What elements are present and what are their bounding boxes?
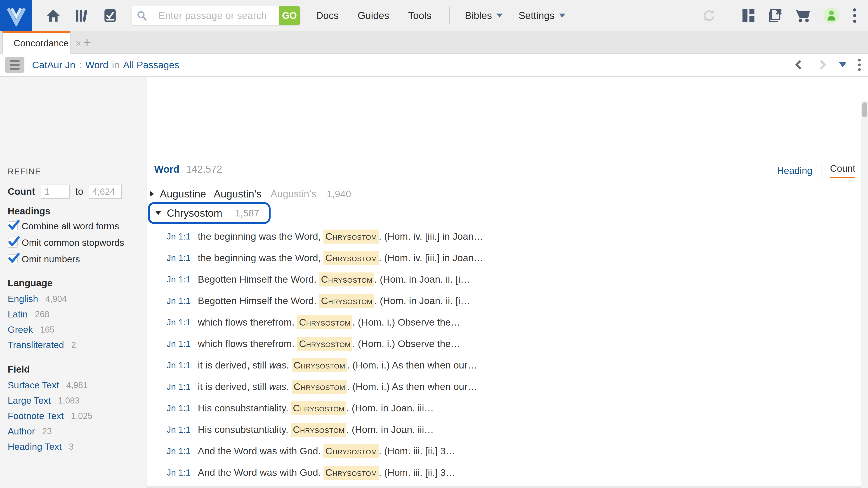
checkbox-option[interactable]: Omit common stopwords [8,234,142,251]
checkbox[interactable] [8,221,18,231]
result-reference-link[interactable]: Jn 1:1 [166,382,191,392]
result-row[interactable]: Jn 1:1 the beginning was the Word, Chrys… [147,247,860,269]
language-section-title: Language [8,278,142,289]
menu-dropdown-bibles[interactable]: Bibles [465,10,503,21]
result-reference-link[interactable]: Jn 1:1 [166,425,191,435]
study-workflow-button[interactable] [103,8,117,23]
plain-text: . (Hom. i.) As then when our… [347,360,477,370]
library-button[interactable] [74,8,89,23]
facet-link[interactable]: Greek [8,324,33,335]
library-icon [74,8,89,23]
history-dropdown-icon[interactable] [839,62,846,67]
result-row[interactable]: Jn 1:1 it is derived, still was. Chrysos… [147,355,860,376]
checkbox[interactable] [8,238,18,248]
plain-text: . (Hom. iv. [iii.] in Joan… [379,252,484,263]
results-total-count: 142,572 [186,164,222,175]
result-reference-link[interactable]: Jn 1:1 [166,274,191,285]
result-row[interactable]: Jn 1:1 Begotten Himself the Word. Chryso… [147,290,860,312]
search-input[interactable] [152,10,279,21]
panel-menu-button[interactable] [5,57,24,73]
scrollbar-thumb[interactable] [862,102,867,117]
facet-link[interactable]: Heading Text [8,442,62,452]
facet-row: Greek 165 [8,322,142,337]
facet-count: 3 [69,442,74,452]
result-row[interactable]: Jn 1:1 which flows therefrom. Chrysostom… [147,312,860,333]
facet-row: Footnote Text 1,025 [8,408,142,424]
facet-link[interactable]: Latin [8,309,28,320]
panel-overflow-menu[interactable] [857,58,862,72]
highlighted-term: Chrysostom [291,423,346,437]
facet-link[interactable]: Surface Text [8,380,59,391]
group-row-augustine[interactable]: Augustine Augustin’s Augustin’s 1,940 [150,187,351,201]
back-icon[interactable] [793,59,805,71]
book-check-icon [103,8,117,23]
close-all-panels-icon[interactable] [768,8,782,23]
checkbox-label: Combine all word forms [22,221,119,232]
view-toggle-count-active[interactable]: Count [830,163,855,178]
result-row[interactable]: Jn 1:1 it is derived, still was. Chrysos… [147,376,860,397]
result-reference-link[interactable]: Jn 1:1 [166,403,191,413]
breadcrumb-scope[interactable]: All Passages [123,59,180,70]
result-row[interactable]: Jn 1:1 And the Word was with God. Chryso… [147,462,860,483]
facet-link[interactable]: Footnote Text [8,411,64,421]
count-filter: Count to [8,185,142,199]
collapsed-triangle-icon[interactable] [150,191,154,197]
facet-link[interactable]: Large Text [8,395,51,406]
plain-text: . (Hom. i.) Observe the… [352,317,460,328]
view-toggle-heading[interactable]: Heading [777,165,812,176]
result-reference-link[interactable]: Jn 1:1 [166,339,191,349]
facet-link[interactable]: Author [8,426,35,437]
menu-item-docs[interactable]: Docs [316,10,339,21]
user-avatar[interactable] [823,7,839,24]
menu-item-tools[interactable]: Tools [408,10,432,21]
facet-link[interactable]: Transliterated [8,340,64,350]
count-from-input[interactable] [41,185,70,199]
result-row[interactable]: Jn 1:1 the beginning was the Word, Chrys… [147,226,860,247]
result-row[interactable]: Jn 1:1 which flows therefrom. Chrysostom… [147,333,860,355]
result-row[interactable]: Jn 1:1 Begotten Himself the Word. Chryso… [147,269,860,290]
breadcrumb-document[interactable]: CatAur Jn [32,59,75,70]
count-to-input[interactable] [89,185,122,199]
breadcrumb-connector: in [112,59,119,70]
cart-icon[interactable] [795,8,811,23]
horizontal-scrollbar[interactable] [147,486,861,488]
checkbox[interactable] [8,254,18,264]
sync-icon[interactable] [702,8,717,23]
toolbar-overflow-menu[interactable] [852,7,858,24]
result-reference-link[interactable]: Jn 1:1 [166,253,191,263]
home-icon [46,8,60,23]
logos-logo[interactable] [0,0,32,31]
expanded-triangle-icon[interactable] [156,211,161,215]
chevron-down-icon [559,13,565,18]
facet-link[interactable]: English [8,294,38,304]
result-row[interactable]: Jn 1:1 His consubstantiality. Chrysostom… [147,397,860,419]
tab-bar: Concordance × + [0,31,868,54]
result-reference-link[interactable]: Jn 1:1 [166,296,191,306]
menu-item-guides[interactable]: Guides [358,10,389,21]
result-reference-link[interactable]: Jn 1:1 [166,446,191,456]
checkmark-icon [8,252,21,264]
highlighted-term: Chrysostom [323,251,379,265]
menu-dropdown-settings[interactable]: Settings [519,10,565,21]
results-word-link[interactable]: Word [154,164,180,175]
tab-close-icon[interactable]: × [75,38,81,49]
layout-icon[interactable] [741,8,755,23]
breadcrumb-field[interactable]: Word [85,59,108,70]
home-button[interactable] [46,8,60,23]
headings-options: Combine all word forms Omit common stopw… [8,218,142,267]
result-reference-link[interactable]: Jn 1:1 [166,360,191,370]
result-row[interactable]: Jn 1:1 And the Word was with God. Chryso… [147,440,860,462]
go-button[interactable]: GO [279,6,300,25]
forward-icon[interactable] [816,59,828,71]
language-facets: English 4,904 Latin 268 Greek 165 Transl… [8,291,142,353]
group-row-chrysostom-focused[interactable]: Chrysostom 1,587 [148,202,271,224]
checkbox-option[interactable]: Combine all word forms [8,218,142,234]
vertical-scrollbar[interactable] [861,101,868,488]
result-reference-link[interactable]: Jn 1:1 [166,318,191,327]
result-reference-link[interactable]: Jn 1:1 [166,468,191,478]
result-reference-link[interactable]: Jn 1:1 [166,232,191,241]
checkbox-option[interactable]: Omit numbers [8,251,142,267]
result-row[interactable]: Jn 1:1 His consubstantiality. Chrysostom… [147,419,860,440]
plain-text: His consubstantiality. [198,402,291,414]
tab-concordance[interactable]: Concordance × [2,31,70,54]
